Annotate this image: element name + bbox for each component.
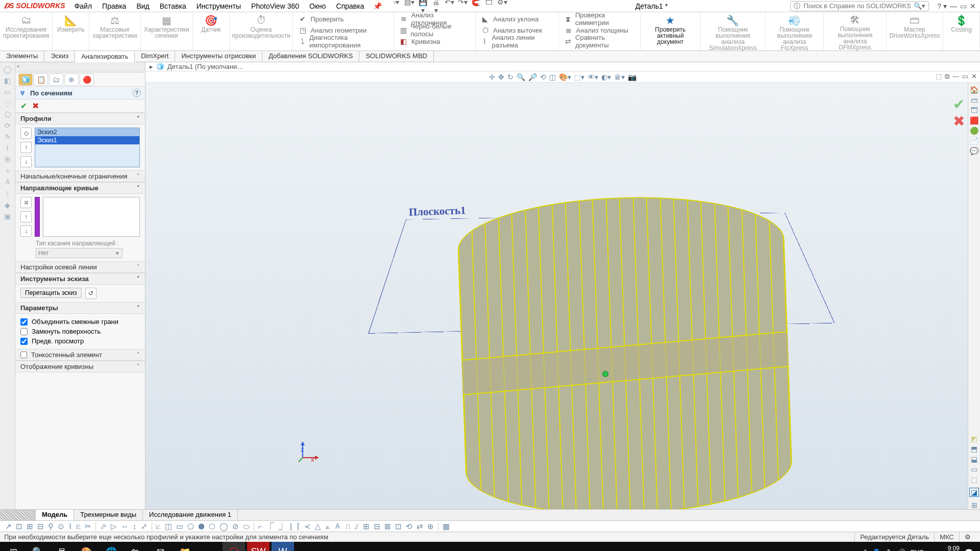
taskbar-search-icon[interactable]: 🔍 [27,542,49,551]
ribbon-check-active-doc[interactable]: ★Проверитьактивный документ [641,12,701,51]
ribbon-performance[interactable]: ⏱Оценкапроизводительности [230,12,293,51]
taskpane-misc-icon[interactable]: ⬒ [971,445,977,453]
section-sketchtools[interactable]: Инструменты эскиза˄ [15,273,145,285]
guides-listbox[interactable] [43,197,140,237]
tool-icon[interactable]: ⟐ [6,166,10,174]
vp-min-icon[interactable]: — [952,72,959,81]
sk-icon[interactable]: ⎾ [266,522,274,531]
sk-icon[interactable]: ⎌ [76,522,81,531]
menu-help[interactable]: Справка [331,2,370,10]
tab-model[interactable]: Модель [36,510,74,520]
tab-features[interactable]: Элементы [0,51,44,62]
tab-motion1[interactable]: Исследование движения 1 [143,510,238,520]
taskpane-forum-icon[interactable]: 💬 [970,147,978,155]
taskpane-misc-icon[interactable]: ⬓ [971,455,977,463]
sk-icon[interactable]: ⤢ [141,522,148,531]
ribbon-dfmxpress[interactable]: 🛠Помощниквыполненияанализа DFMXpress [824,12,887,51]
guide-move-up[interactable]: ↑ [20,211,32,222]
tab-dimxpert[interactable]: DimXpert [135,51,175,62]
section-view-icon[interactable]: ◫ [549,73,556,81]
ok-button[interactable]: ✔ [20,101,27,111]
help-search[interactable]: ⓘ 🔍▾ [790,1,929,11]
pm-tab-config-icon[interactable]: 🗂 [49,73,63,86]
accept-preview-icon[interactable]: ✔ [953,96,965,112]
tab-strip-grip[interactable] [0,510,36,520]
guide-influence-icon[interactable]: ⤮ [20,197,32,208]
sk-icon[interactable]: ⬢ [198,522,205,531]
tangency-select[interactable]: Нет▼ [36,248,122,258]
view-cube-icon[interactable]: ⬚▾ [574,73,584,81]
sk-icon[interactable]: ↕ [133,522,137,531]
menu-insert[interactable]: Вставка [155,2,191,10]
taskpane-home-icon[interactable]: 🏠 [970,86,978,94]
menu-window[interactable]: Окно [304,2,331,10]
sk-icon[interactable]: ⟀ [156,522,161,531]
tool-icon[interactable]: ⋮ [4,190,11,198]
sk-icon[interactable]: ⊡ [16,522,22,531]
search-icon[interactable]: 🔍▾ [914,2,925,10]
view-orient-icon[interactable]: ✢ [489,73,495,81]
minimize-icon[interactable]: — [950,2,957,10]
camera-icon[interactable]: 📷 [628,73,636,81]
ribbon-cmd-curvature[interactable]: ◧Кривизна [399,36,440,47]
ribbon-cmd-parting[interactable]: ⌇Анализ линии разъема [481,36,553,47]
tool-icon[interactable]: ⌇ [6,144,9,152]
taskbar-calc-icon[interactable]: 🖩 [51,542,74,551]
taskpane-view-icon[interactable]: 🗔 [971,106,978,114]
tab-addins[interactable]: Добавления SOLIDWORKS [262,51,359,62]
vp-link-icon[interactable]: ⧉ [945,72,949,81]
tool-icon[interactable]: ⬠ [5,110,11,118]
sk-icon[interactable]: ⟁ [325,522,330,531]
profiles-listbox[interactable]: Эскиз2 Эскиз1 [35,128,140,167]
sk-icon[interactable]: ⟲ [406,522,412,531]
status-extra-icon[interactable]: ⚙ [959,532,976,542]
orientation-triad[interactable]: zx [299,441,319,463]
tab-sketch[interactable]: Эскиз [44,51,75,62]
sk-icon[interactable]: ⊙ [58,522,64,531]
ribbon-mass-props[interactable]: ⚖Массовыехарактеристики [89,12,140,51]
sk-icon[interactable]: ⇄ [416,522,423,531]
menu-view[interactable]: Вид [131,2,154,10]
section-params[interactable]: Параметры˄ [15,302,145,314]
vp-close-icon[interactable]: ✕ [971,72,977,81]
taskbar-solidworks-icon[interactable]: SW [247,542,270,551]
menu-photoview[interactable]: PhotoView 360 [246,2,304,10]
profile-direction-icon[interactable]: ◇ [20,128,32,139]
taskbar-onedrive-icon[interactable]: ☁ [198,542,220,551]
cancel-button[interactable]: ✖ [32,101,39,111]
reject-preview-icon[interactable]: ✖ [953,113,965,129]
start-button[interactable]: ⊞ [2,542,24,551]
sk-icon[interactable]: △ [315,522,321,531]
section-curvature[interactable]: Отображение кривизны˅ [15,361,145,372]
sk-icon[interactable]: ⊠ [384,522,391,531]
sk-icon[interactable]: ✂ [85,522,91,531]
sk-icon[interactable]: ⌇ [68,522,72,531]
ribbon-cmd-check[interactable]: ✔Проверить [298,13,344,24]
sk-icon[interactable]: ▷ [111,522,117,531]
view-pan-icon[interactable]: ✥ [498,73,504,81]
taskbar-explorer-icon[interactable]: 📁 [174,542,196,551]
sk-icon[interactable]: ⊟ [37,522,44,531]
zoom-area-icon[interactable]: 🔎 [528,73,537,81]
vp-max-icon[interactable]: ▭ [962,72,968,81]
tray-network-icon[interactable]: 🖧 [886,548,892,552]
section-centerline[interactable]: Настройки осевой линии˅ [15,261,145,273]
ribbon-measure[interactable]: 📐Измерить [53,12,89,51]
section-thinwall[interactable]: Тонкостенный элемент˅ [15,349,145,361]
sk-icon[interactable]: Ａ [334,521,341,531]
sk-icon[interactable]: ▦ [443,522,450,531]
taskbar-word-icon[interactable]: W [272,542,294,551]
section-start-end[interactable]: Начальные/конечные ограничения˅ [15,170,145,182]
taskpane-lib-icon[interactable]: 🗃 [971,96,978,104]
ribbon-cmd-compare[interactable]: ⇄Сравнить документы [564,36,635,47]
sk-icon[interactable]: ◫ [165,522,172,531]
profile-item[interactable]: Эскиз1 [35,136,139,144]
sk-icon[interactable]: ↔ [121,522,129,531]
sk-icon[interactable]: ≺ [304,522,311,531]
taskpane-misc-icon[interactable]: ▭ [971,465,977,473]
taskpane-prop-icon[interactable]: 📄 [970,137,978,145]
ribbon-cmd-draft[interactable]: ◣Анализ уклона [481,13,538,24]
profile-node[interactable] [602,371,608,377]
zoom-fit-icon[interactable]: 🔍 [517,73,525,81]
menu-edit[interactable]: Правка [97,2,131,10]
